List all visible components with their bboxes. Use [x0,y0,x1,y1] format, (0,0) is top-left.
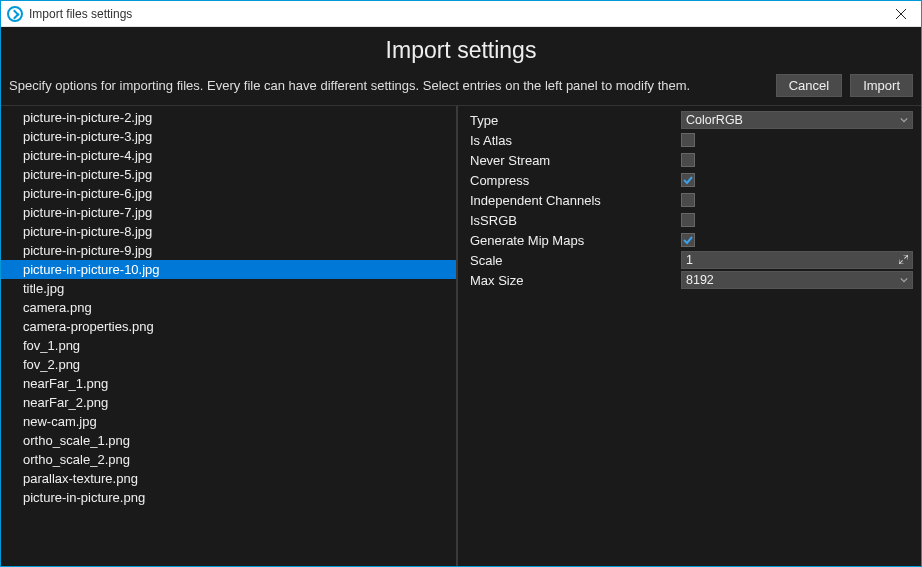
window-title: Import files settings [29,7,132,21]
file-item[interactable]: picture-in-picture-10.jpg [1,260,456,279]
prop-label-indep-channels: Independent Channels [466,193,681,208]
file-item[interactable]: fov_2.png [1,355,456,374]
check-icon [682,234,694,246]
independent-channels-checkbox[interactable] [681,193,695,207]
file-item[interactable]: picture-in-picture-9.jpg [1,241,456,260]
prop-label-max-size: Max Size [466,273,681,288]
file-item[interactable]: nearFar_2.png [1,393,456,412]
file-item[interactable]: camera-properties.png [1,317,456,336]
prop-label-never-stream: Never Stream [466,153,681,168]
file-item[interactable]: new-cam.jpg [1,412,456,431]
never-stream-checkbox[interactable] [681,153,695,167]
expand-icon [899,253,908,267]
generate-mipmaps-checkbox[interactable] [681,233,695,247]
is-srgb-checkbox[interactable] [681,213,695,227]
is-atlas-checkbox[interactable] [681,133,695,147]
prop-label-scale: Scale [466,253,681,268]
prop-label-compress: Compress [466,173,681,188]
app-icon [7,6,23,22]
file-item[interactable]: picture-in-picture-4.jpg [1,146,456,165]
cancel-button[interactable]: Cancel [776,74,842,97]
type-select[interactable]: ColorRGB [681,111,913,129]
file-item[interactable]: ortho_scale_1.png [1,431,456,450]
prop-label-is-atlas: Is Atlas [466,133,681,148]
close-icon [896,9,906,19]
file-item[interactable]: picture-in-picture-3.jpg [1,127,456,146]
prop-label-is-srgb: IsSRGB [466,213,681,228]
scale-input[interactable]: 1 [681,251,913,269]
max-size-select[interactable]: 8192 [681,271,913,289]
file-item[interactable]: nearFar_1.png [1,374,456,393]
close-button[interactable] [881,1,921,27]
type-select-value: ColorRGB [686,113,743,127]
compress-checkbox[interactable] [681,173,695,187]
prop-label-mipmaps: Generate Mip Maps [466,233,681,248]
file-item[interactable]: camera.png [1,298,456,317]
max-size-value: 8192 [686,273,714,287]
instruction-text: Specify options for importing files. Eve… [9,78,768,93]
file-item[interactable]: ortho_scale_2.png [1,450,456,469]
chevron-down-icon [900,113,908,127]
import-button[interactable]: Import [850,74,913,97]
file-item[interactable]: picture-in-picture.png [1,488,456,507]
file-item[interactable]: title.jpg [1,279,456,298]
properties-panel: Type ColorRGB Is Atlas [458,106,921,566]
import-settings-window: Import files settings Import settings Sp… [0,0,922,567]
page-title: Import settings [1,27,921,70]
file-item[interactable]: picture-in-picture-2.jpg [1,108,456,127]
panels: picture-in-picture-2.jpgpicture-in-pictu… [1,105,921,566]
check-icon [682,174,694,186]
file-item[interactable]: picture-in-picture-8.jpg [1,222,456,241]
file-item[interactable]: fov_1.png [1,336,456,355]
file-item[interactable]: picture-in-picture-6.jpg [1,184,456,203]
file-item[interactable]: parallax-texture.png [1,469,456,488]
content-area: Import settings Specify options for impo… [1,27,921,566]
file-list[interactable]: picture-in-picture-2.jpgpicture-in-pictu… [1,106,456,566]
scale-value: 1 [686,253,693,267]
file-item[interactable]: picture-in-picture-7.jpg [1,203,456,222]
titlebar: Import files settings [1,1,921,27]
subhead-row: Specify options for importing files. Eve… [1,70,921,105]
chevron-down-icon [900,273,908,287]
file-item[interactable]: picture-in-picture-5.jpg [1,165,456,184]
prop-label-type: Type [466,113,681,128]
